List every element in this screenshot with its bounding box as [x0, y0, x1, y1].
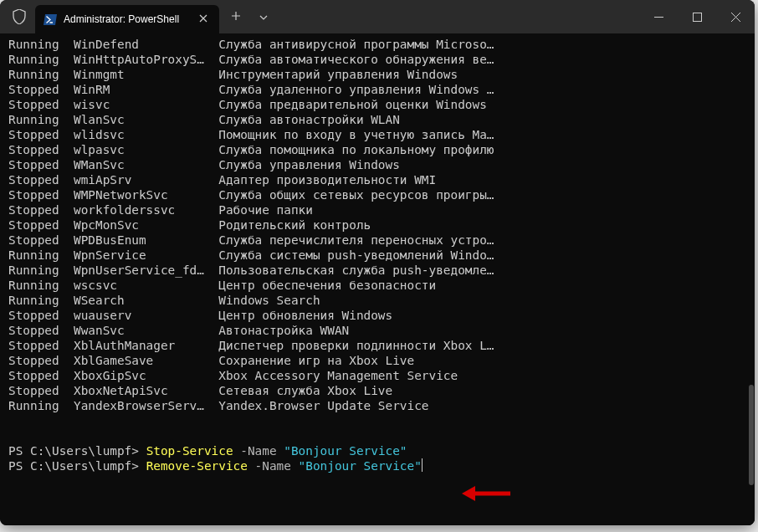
close-button[interactable]: [716, 0, 755, 33]
tab-title: Administrator: PowerShell: [64, 13, 196, 25]
tab-powershell[interactable]: Administrator: PowerShell: [35, 5, 219, 33]
terminal-window: Administrator: PowerShell Running WinDef…: [0, 0, 755, 525]
service-row: Running WinHttpAutoProxyS… Служба автома…: [8, 52, 746, 67]
service-row: Stopped wlpasvc Служба помощника по лока…: [8, 142, 746, 157]
service-row: Running YandexBrowserServ… Yandex.Browse…: [8, 398, 746, 413]
service-row: Stopped WMPNetworkSvc Служба общих сетев…: [8, 187, 746, 202]
service-row: Running WpnUserService_fd… Пользовательс…: [8, 263, 746, 278]
minimize-button[interactable]: [639, 0, 678, 33]
prompt-line: PS C:\Users\lumpf> Stop-Service -Name "B…: [8, 443, 746, 458]
service-row: Stopped XboxGipSvc Xbox Accessory Manage…: [8, 368, 746, 383]
prompt-line: PS C:\Users\lumpf> Remove-Service -Name …: [8, 458, 746, 473]
service-row: Stopped wuauserv Центр обновления Window…: [8, 308, 746, 323]
service-row: Running wscsvc Центр обеспечения безопас…: [8, 278, 746, 293]
service-row: Stopped WwanSvc Автонастройка WWAN: [8, 323, 746, 338]
service-row: Stopped XboxNetApiSvc Сетевая служба Xbo…: [8, 383, 746, 398]
cursor: [422, 458, 423, 472]
service-row: Running WinDefend Служба антивирусной пр…: [8, 37, 746, 52]
service-row: Stopped WinRM Служба удаленного управлен…: [8, 82, 746, 97]
new-tab-button[interactable]: [219, 9, 253, 24]
svg-rect-0: [654, 17, 663, 18]
scrollbar-thumb[interactable]: [749, 385, 754, 485]
svg-rect-1: [693, 13, 701, 21]
powershell-icon: [44, 13, 57, 26]
service-row: Running WpnService Служба системы push-у…: [8, 248, 746, 263]
service-row: Running WlanSvc Служба автонастройки WLA…: [8, 112, 746, 127]
scrollbar[interactable]: [745, 33, 755, 525]
tab-dropdown-button[interactable]: [253, 13, 274, 22]
service-row: Stopped workfolderssvc Рабочие папки: [8, 202, 746, 217]
service-row: Running Winmgmt Инструментарий управлени…: [8, 67, 746, 82]
maximize-button[interactable]: [678, 0, 716, 33]
shield-icon: [12, 8, 27, 25]
service-row: Running WSearch Windows Search: [8, 293, 746, 308]
service-row: Stopped wlidsvc Помощник по входу в учет…: [8, 127, 746, 142]
terminal-output[interactable]: Running WinDefend Служба антивирусной пр…: [0, 33, 755, 525]
titlebar: Administrator: PowerShell: [0, 0, 755, 33]
window-controls: [639, 0, 755, 33]
service-row: Stopped WManSvc Служба управления Window…: [8, 157, 746, 172]
tab-close-button[interactable]: [196, 13, 211, 25]
service-row: Stopped WPDBusEnum Служба перечислителя …: [8, 233, 746, 248]
service-row: Stopped XblAuthManager Диспетчер проверк…: [8, 338, 746, 353]
service-row: Stopped wmiApSrv Адаптер производительно…: [8, 172, 746, 187]
service-row: Stopped wisvc Служба предварительной оце…: [8, 97, 746, 112]
service-row: Stopped WpcMonSvc Родительский контроль: [8, 217, 746, 233]
service-row: Stopped XblGameSave Сохранение игр на Xb…: [8, 353, 746, 368]
